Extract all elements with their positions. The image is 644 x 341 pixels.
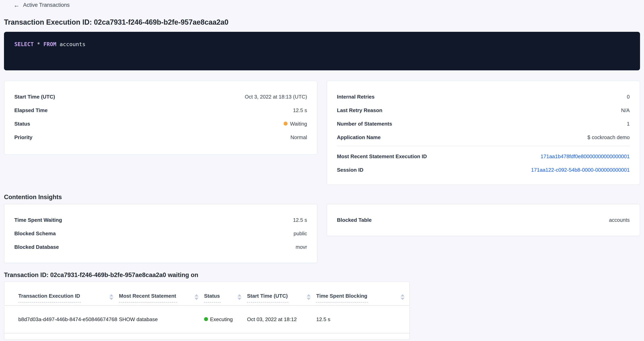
kv-value: public (294, 230, 307, 236)
kv-row-last-retry-reason: Last Retry Reason N/A (337, 106, 630, 114)
column-label[interactable]: Status (204, 293, 220, 303)
kv-row-elapsed-time: Elapsed Time 12.5 s (14, 106, 307, 114)
sql-statement: SELECT * FROM accounts (14, 40, 630, 48)
kv-row-statement-execution-id: Most Recent Statement Execution ID 171aa… (337, 153, 630, 160)
sort-icon[interactable] (400, 294, 404, 300)
table-header-row: Transaction Execution ID Most Recent Sta… (4, 282, 410, 305)
column-header-transaction-execution-id[interactable]: Transaction Execution ID (4, 282, 119, 305)
waiting-on-heading: Transaction ID: 02ca7931-f246-469b-b2fe-… (4, 272, 640, 279)
kv-label: Number of Statements (337, 121, 392, 127)
contention-cards-row: Time Spent Waiting 12.5 s Blocked Schema… (4, 204, 640, 263)
sql-keyword: FROM (43, 41, 56, 47)
cell-start-time: Oct 03, 2022 at 18:12 (247, 305, 316, 333)
back-link[interactable]: ← Active Transactions (14, 2, 70, 8)
status-value: Executing (210, 316, 233, 322)
kv-label: Time Spent Waiting (14, 217, 62, 223)
cell-most-recent-statement: SHOW database (119, 305, 204, 333)
kv-row-application-name: Application Name $ cockroach demo (337, 134, 630, 141)
cell-status: Executing (204, 305, 247, 333)
transaction-details-page: ← Active Transactions Transaction Execut… (0, 2, 644, 340)
transaction-details-card: Internal Retries 0 Last Retry Reason N/A… (326, 81, 640, 185)
kv-value: 0 (627, 94, 630, 100)
sort-icon[interactable] (110, 294, 113, 300)
sort-icon[interactable] (194, 294, 198, 300)
statement-execution-id-link[interactable]: 171aa1b478fdf0e80000000000000001 (540, 153, 630, 159)
kv-label: Application Name (337, 134, 381, 140)
cell-transaction-execution-id: b8d7d03a-d497-446b-8474-e50846674768 (4, 305, 119, 333)
transaction-summary-card: Start Time (UTC) Oct 3, 2022 at 18:13 (U… (4, 81, 318, 155)
kv-value: 12.5 s (293, 107, 307, 113)
column-header-start-time[interactable]: Start Time (UTC) (247, 282, 316, 305)
waiting-on-table-card: Transaction Execution ID Most Recent Sta… (4, 281, 410, 340)
column-header-time-spent-blocking[interactable]: Time Spent Blocking (316, 282, 410, 305)
kv-label: Blocked Table (337, 217, 372, 223)
kv-row-blocked-database: Blocked Database movr (14, 243, 307, 250)
kv-label: Session ID (337, 167, 363, 173)
status-badge: Executing (204, 316, 244, 322)
kv-value: accounts (609, 217, 630, 223)
kv-label: Last Retry Reason (337, 107, 382, 113)
kv-value: Normal (290, 134, 307, 140)
contention-left-card: Time Spent Waiting 12.5 s Blocked Schema… (4, 204, 318, 263)
table-row: b8d7d03a-d497-446b-8474-e50846674768 SHO… (4, 305, 410, 333)
kv-row-blocked-schema: Blocked Schema public (14, 230, 307, 237)
sql-text: * (34, 41, 44, 47)
arrow-left-icon: ← (14, 2, 20, 8)
kv-value: 1 (627, 121, 630, 127)
overview-cards-row: Start Time (UTC) Oct 3, 2022 at 18:13 (U… (4, 81, 640, 185)
kv-label: Most Recent Statement Execution ID (337, 153, 427, 159)
kv-row-session-id: Session ID 171aa122-c092-54b8-0000-00000… (337, 166, 630, 173)
sort-icon[interactable] (238, 294, 242, 300)
contention-right-card: Blocked Table accounts (326, 204, 640, 236)
session-id-link[interactable]: 171aa122-c092-54b8-0000-000000000001 (531, 167, 630, 173)
status-waiting-dot-icon (284, 122, 288, 126)
kv-row-internal-retries: Internal Retries 0 (337, 93, 630, 100)
kv-value: $ cockroach demo (588, 134, 630, 140)
kv-value: Oct 3, 2022 at 18:13 (UTC) (245, 94, 307, 100)
back-link-label: Active Transactions (23, 2, 70, 8)
card-divider (337, 146, 630, 146)
kv-row-start-time: Start Time (UTC) Oct 3, 2022 at 18:13 (U… (14, 93, 307, 100)
kv-label: Elapsed Time (14, 107, 48, 113)
waiting-on-table: Transaction Execution ID Most Recent Sta… (4, 282, 410, 333)
sql-keyword: SELECT (14, 41, 34, 47)
sort-icon[interactable] (307, 294, 311, 300)
kv-label: Status (14, 121, 30, 127)
column-label[interactable]: Transaction Execution ID (18, 293, 81, 303)
kv-label: Priority (14, 134, 32, 140)
kv-value: 12.5 s (293, 217, 307, 223)
kv-label: Blocked Schema (14, 230, 56, 236)
column-header-status[interactable]: Status (204, 282, 247, 305)
kv-row-priority: Priority Normal (14, 134, 307, 141)
status-badge: Waiting (284, 121, 307, 127)
column-label[interactable]: Most Recent Statement (119, 293, 177, 303)
kv-row-status: Status Waiting (14, 120, 307, 127)
kv-value: N/A (621, 107, 630, 113)
kv-label: Start Time (UTC) (14, 94, 55, 100)
contention-insights-heading: Contention Insights (4, 194, 640, 201)
sql-statement-box: SELECT * FROM accounts (4, 32, 640, 70)
kv-row-time-spent-waiting: Time Spent Waiting 12.5 s (14, 216, 307, 223)
status-executing-dot-icon (204, 317, 208, 321)
kv-row-blocked-table: Blocked Table accounts (337, 216, 630, 223)
column-label[interactable]: Start Time (UTC) (247, 293, 288, 303)
sql-text: accounts (56, 41, 85, 47)
kv-value: movr (296, 244, 307, 250)
column-header-most-recent-statement[interactable]: Most Recent Statement (119, 282, 204, 305)
kv-label: Internal Retries (337, 94, 374, 100)
column-label[interactable]: Time Spent Blocking (316, 293, 368, 303)
page-title: Transaction Execution ID: 02ca7931-f246-… (4, 18, 640, 27)
kv-row-number-of-statements: Number of Statements 1 (337, 120, 630, 127)
status-value: Waiting (290, 121, 307, 127)
cell-time-spent-blocking: 12.5 s (316, 305, 410, 333)
kv-label: Blocked Database (14, 244, 59, 250)
